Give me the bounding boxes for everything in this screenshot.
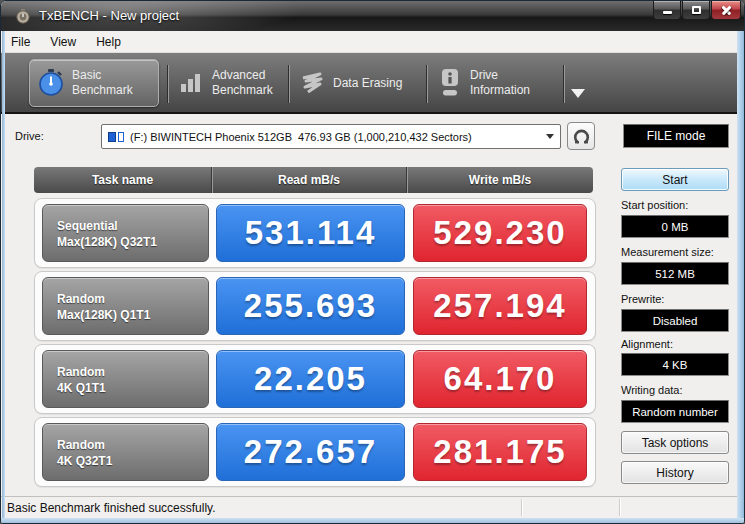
close-icon: [721, 5, 732, 16]
history-button[interactable]: History: [621, 461, 729, 484]
write-value: 529.230: [413, 204, 587, 262]
minimize-button[interactable]: [653, 1, 681, 20]
toolbar-overflow-chevron-icon[interactable]: [571, 89, 585, 98]
task-options-button[interactable]: Task options: [621, 431, 729, 454]
alignment-value[interactable]: 4 KB: [621, 353, 729, 376]
refresh-icon: [573, 128, 590, 145]
maximize-button[interactable]: [682, 1, 710, 20]
menu-file[interactable]: File: [1, 31, 40, 52]
start-position-label: Start position:: [621, 199, 688, 211]
write-value: 281.175: [413, 423, 587, 481]
task-button-sequential-q32t1[interactable]: SequentialMax(128K) Q32T1: [42, 204, 209, 262]
read-value: 531.114: [216, 204, 405, 262]
tab-drive-information-label: DriveInformation: [470, 68, 530, 98]
table-row: Random4K Q1T1 22.205 64.170: [34, 344, 596, 414]
tab-data-erasing[interactable]: Data Erasing: [300, 59, 402, 107]
stopwatch-icon: [38, 68, 64, 98]
bar-chart-icon: [179, 72, 203, 94]
toolbar-separator: [167, 65, 169, 103]
toolbar-separator: [426, 65, 428, 103]
refresh-drives-button[interactable]: [567, 122, 595, 150]
window-frame-left: [2, 31, 5, 518]
window-frame-bottom: [1, 518, 745, 524]
tab-data-erasing-label: Data Erasing: [333, 76, 402, 91]
header-write: Write mB/s: [406, 167, 593, 193]
prewrite-label: Prewrite:: [621, 293, 664, 305]
toolbar-separator: [563, 65, 565, 103]
start-position-value[interactable]: 0 MB: [621, 215, 729, 238]
measurement-size-label: Measurement size:: [621, 246, 714, 258]
drive-select[interactable]: (F:) BIWINTECH Phoenix 512GB 476.93 GB (…: [101, 124, 561, 149]
toolbar-separator: [288, 65, 290, 103]
drive-info-icon: [439, 68, 461, 98]
eraser-squiggle-icon: [300, 72, 324, 94]
menu-help[interactable]: Help: [86, 31, 131, 52]
task-button-random-4k-q1t1[interactable]: Random4K Q1T1: [42, 350, 209, 408]
prewrite-value[interactable]: Disabled: [621, 309, 729, 332]
alignment-label: Alignment:: [621, 338, 673, 350]
status-bar: Basic Benchmark finished successfully.: [1, 496, 745, 518]
window-frame-right: [737, 31, 745, 518]
start-button[interactable]: Start: [621, 168, 729, 191]
app-window: TxBENCH - New project File View Help Bas…: [0, 0, 745, 524]
table-header: Task name Read mB/s Write mB/s: [34, 167, 593, 193]
menu-view[interactable]: View: [40, 31, 86, 52]
chevron-down-icon: [546, 134, 554, 139]
file-mode-indicator[interactable]: FILE mode: [623, 124, 729, 148]
minimize-icon: [663, 11, 672, 14]
status-separator: [521, 499, 523, 516]
task-button-random-4k-q32t1[interactable]: Random4K Q32T1: [42, 423, 209, 481]
read-value: 272.657: [216, 423, 405, 481]
read-value: 255.693: [216, 277, 405, 335]
table-row: SequentialMax(128K) Q32T1 531.114 529.23…: [34, 198, 596, 268]
read-value: 22.205: [216, 350, 405, 408]
menu-bar: File View Help: [1, 31, 745, 53]
title-bar: TxBENCH - New project: [1, 1, 745, 31]
tab-advanced-benchmark[interactable]: AdvancedBenchmark: [179, 59, 273, 107]
maximize-icon: [692, 6, 701, 14]
table-row: Random4K Q32T1 272.657 281.175: [34, 417, 596, 487]
tab-advanced-benchmark-label: AdvancedBenchmark: [212, 68, 273, 98]
tab-drive-information[interactable]: DriveInformation: [439, 59, 530, 107]
drive-selected-value: (F:) BIWINTECH Phoenix 512GB 476.93 GB (…: [130, 131, 542, 143]
header-task-name: Task name: [34, 167, 211, 193]
write-value: 257.194: [413, 277, 587, 335]
status-message: Basic Benchmark finished successfully.: [7, 501, 216, 515]
writing-data-value[interactable]: Random number: [621, 400, 729, 423]
task-button-random-q1t1[interactable]: RandomMax(128K) Q1T1: [42, 277, 209, 335]
toolbar: BasicBenchmark AdvancedBenchmark Data Er…: [1, 53, 745, 114]
disk-icon: [108, 131, 125, 143]
measurement-size-value[interactable]: 512 MB: [621, 262, 729, 285]
window-title: TxBENCH - New project: [39, 8, 179, 23]
writing-data-label: Writing data:: [621, 384, 683, 396]
close-button[interactable]: [711, 1, 741, 20]
app-icon: [15, 8, 31, 24]
drive-label: Drive:: [15, 130, 44, 142]
table-row: RandomMax(128K) Q1T1 255.693 257.194: [34, 271, 596, 341]
header-read: Read mB/s: [211, 167, 406, 193]
write-value: 64.170: [413, 350, 587, 408]
tab-basic-benchmark[interactable]: BasicBenchmark: [29, 59, 159, 107]
tab-basic-benchmark-label: BasicBenchmark: [72, 68, 133, 98]
status-separator: [619, 499, 621, 516]
